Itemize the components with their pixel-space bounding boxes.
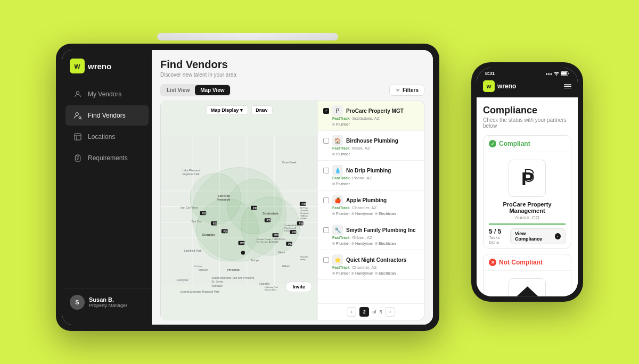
list-item[interactable]: 💧 No Drip Plumbing FastTrack Peoria, AZ — [318, 161, 424, 191]
svg-text:P: P — [521, 168, 533, 189]
procare-logo: P — [509, 160, 546, 197]
svg-text:Scottsdale: Scottsdale — [263, 212, 278, 215]
sidebar-item-my-vendors[interactable]: My Vendors — [65, 84, 149, 104]
tablet-screen: w wreno My Vendors — [62, 50, 433, 325]
next-page-button[interactable]: › — [386, 307, 395, 317]
svg-text:Estrella Mountain Regional Par: Estrella Mountain Regional Park — [181, 290, 220, 293]
phone: 8:31 ●●● — [471, 62, 583, 302]
my-vendors-label: My Vendors — [88, 90, 121, 98]
compliance-card-2[interactable]: ✕ Not Compliant — [483, 254, 571, 296]
user-avatar: S — [70, 295, 85, 310]
vendor-icon: ⭐ — [332, 254, 343, 265]
prev-page-button[interactable]: ‹ — [347, 307, 356, 317]
map-area[interactable]: Lake Pleasant Regional Park Cave Creek S… — [161, 101, 317, 320]
phone-status-bar: 8:31 ●●● — [477, 68, 578, 78]
stylus — [157, 33, 338, 40]
vendor-tags: Plumber Handyman Electrician — [332, 242, 419, 245]
svg-text:Sonoran: Sonoran — [218, 194, 231, 197]
svg-text:Chandler: Chandler — [259, 282, 270, 285]
hamburger-menu[interactable] — [564, 84, 571, 89]
tag-dot — [351, 212, 354, 215]
not-compliant-icon: ✕ — [489, 259, 496, 266]
tag-dot — [332, 212, 335, 215]
map-view-button[interactable]: Map View — [195, 85, 230, 95]
vendor-icon: 🍎 — [332, 195, 343, 205]
svg-text:Electric LLC: Electric LLC — [265, 288, 276, 291]
list-item[interactable]: 🍎 Apple Plumbing FastTrack Chandler, AZ — [318, 191, 424, 220]
vendor-tags: Plumber Handyman Electrician — [332, 271, 419, 275]
tasks-done: 5 / 5 — [489, 228, 510, 235]
hamburger-line-3 — [564, 88, 571, 89]
filters-button[interactable]: Filters — [389, 85, 424, 96]
tablet: w wreno My Vendors — [56, 44, 439, 331]
user-role: Property Manager — [89, 303, 127, 308]
svg-text:P20: P20 — [274, 234, 278, 237]
vendor-checkbox[interactable] — [323, 138, 329, 144]
compliance-card-1[interactable]: ✓ Compliant P — [483, 135, 571, 249]
tag-dot — [332, 242, 335, 245]
view-toggle: List View Map View — [160, 84, 231, 96]
battery-icon — [561, 71, 569, 76]
svg-text:Tolleson: Tolleson — [198, 268, 208, 271]
tag-dot — [332, 123, 335, 126]
vendor-tag: Plumber — [332, 212, 350, 216]
svg-rect-3 — [75, 134, 81, 140]
vendor-checkbox[interactable] — [323, 227, 329, 233]
wreno-logo-icon: w — [70, 59, 85, 73]
user-name: Susan B. — [89, 296, 127, 303]
vendor-list: ✓ P ProCare Property MGT FastTrack Scott… — [317, 101, 424, 320]
vendor-checkbox[interactable]: ✓ — [323, 108, 329, 114]
svg-text:Sun City: Sun City — [191, 220, 202, 223]
vendor-checkbox[interactable] — [323, 257, 329, 263]
svg-rect-83 — [561, 72, 567, 75]
not-compliant-logo-area — [484, 271, 571, 296]
main-header: Find Vendors Discover new talent in your… — [152, 50, 433, 82]
compliant-status-text: Compliant — [499, 140, 530, 147]
invite-button[interactable]: Invite — [285, 282, 312, 292]
vendor-location: FastTrack Chandler, AZ — [332, 265, 419, 270]
vendor-checkbox[interactable] — [323, 197, 329, 203]
svg-text:Rooster Range, 15433 N 17th: Rooster Range, 15433 N 17th — [257, 238, 285, 241]
svg-text:Dr. Phoenix, AZ 85023: Dr. Phoenix, AZ 85023 — [257, 241, 278, 243]
birdhouse-logo-svg — [513, 283, 542, 297]
sidebar-item-requirements[interactable]: Requirements — [65, 148, 149, 168]
vendor-header: ⭐ Quiet Night Contractors — [323, 254, 419, 265]
pagination: ‹ 2 of 5 › — [318, 303, 424, 320]
svg-text:Lake Pleasant: Lake Pleasant — [182, 169, 200, 172]
vendor-tags: Plumber — [332, 152, 419, 156]
sidebar-item-find-vendors[interactable]: Find Vendors — [65, 105, 149, 126]
list-item[interactable]: 🔧 Smyth Family Plumbing Inc FastTrack Gi… — [318, 220, 424, 250]
sidebar-logo: w wreno — [62, 59, 152, 84]
svg-text:Litchfield Park: Litchfield Park — [184, 249, 202, 252]
vendor-checkbox[interactable] — [323, 168, 329, 173]
vendor-name: Smyth Family Plumbing Inc — [346, 227, 419, 233]
svg-text:Mesa: Mesa — [278, 251, 285, 254]
tag-dot — [351, 272, 354, 275]
vendor-tags: Plumber — [332, 122, 419, 126]
list-item[interactable]: 🏠 Birdhouse Plumbing FastTrack Mesa, AZ — [318, 131, 424, 161]
phone-logo-icon: w — [483, 80, 495, 92]
svg-rect-4 — [77, 155, 79, 156]
svg-text:P30: P30 — [292, 231, 296, 234]
draw-button[interactable]: Draw — [251, 105, 272, 115]
svg-point-0 — [76, 92, 79, 94]
list-view-button[interactable]: List View — [161, 85, 195, 95]
svg-point-1 — [76, 113, 78, 115]
list-item[interactable]: ⭐ Quiet Night Contractors FastTrack Chan… — [318, 250, 424, 280]
map-controls: Map Display ▾ Draw — [206, 105, 273, 115]
draw-label: Draw — [256, 107, 267, 113]
locations-icon — [73, 132, 83, 142]
view-controls: List View Map View Filters — [152, 82, 433, 101]
vendor-tag: Electrician — [375, 242, 396, 245]
list-item[interactable]: ✓ P ProCare Property MGT FastTrack Scott… — [318, 101, 424, 131]
vendor-tag: Plumber — [332, 122, 350, 126]
svg-point-2 — [79, 117, 81, 119]
vendor-name: Quiet Night Contractors — [346, 257, 419, 263]
not-compliant-status-bar: ✕ Not Compliant — [484, 254, 571, 271]
view-compliance-button[interactable]: View Compliance › — [510, 228, 566, 244]
sidebar-item-locations[interactable]: Locations — [65, 127, 149, 147]
tag-dot — [375, 212, 378, 215]
vendor-header: 🏠 Birdhouse Plumbing — [323, 135, 419, 146]
map-display-button[interactable]: Map Display ▾ — [206, 105, 248, 115]
svg-text:Tempe: Tempe — [251, 259, 259, 262]
